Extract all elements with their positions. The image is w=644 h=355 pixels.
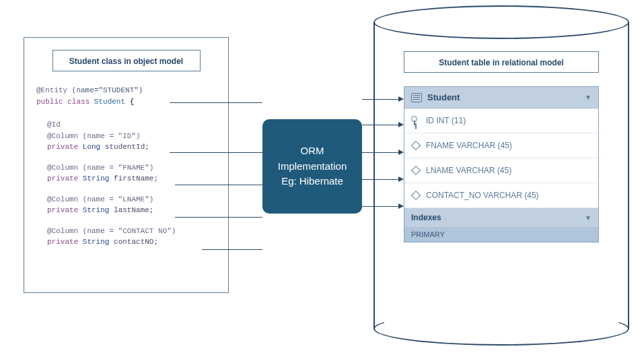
connector-line (202, 249, 262, 250)
connector-line (362, 99, 399, 100)
column-fname: FNAME VARCHAR (45) (404, 133, 598, 158)
orm-line-2: Implementation (278, 159, 347, 174)
column-id: ID INT (11) (404, 108, 598, 133)
diamond-icon (411, 141, 421, 150)
connector-line (362, 152, 399, 153)
table-name: Student (427, 92, 460, 102)
java-code-block: @Entity (name="STUDENT") public class St… (36, 85, 216, 248)
table-header: Student ▼ (404, 87, 598, 108)
diamond-icon (411, 166, 421, 175)
student-table: Student ▼ ID INT (11) FNAME VARCHAR (45)… (404, 86, 599, 243)
column-annotation-fname: @Column (name = "FNAME") (47, 162, 216, 174)
column-annotation-contact: @Column (name = "CONTACT NO") (47, 226, 216, 237)
column-annotation-id: @Column (name = "ID") (47, 131, 216, 142)
key-icon (411, 116, 421, 125)
arrow-right-icon (398, 203, 404, 209)
connector-line (170, 152, 262, 153)
object-model-panel: Student class in object model @Entity (n… (24, 37, 229, 293)
connector-line (175, 185, 262, 185)
arrow-right-icon (398, 150, 404, 155)
table-icon (411, 93, 422, 102)
arrow-right-icon (398, 122, 404, 127)
diamond-icon (411, 191, 421, 200)
field-contactno: private String contactNO; (47, 236, 216, 248)
connector-line (362, 206, 399, 207)
column-annotation-lname: @Column (name = "LNAME") (47, 194, 216, 205)
relational-model-title-box: Student table in relational model (404, 51, 599, 73)
id-annotation: @Id (47, 119, 216, 131)
orm-line-3: Eg: Hibernate (278, 174, 347, 189)
column-lname: LNAME VARCHAR (45) (404, 158, 598, 183)
connector-line (175, 217, 262, 218)
entity-annotation-line: @Entity (name="STUDENT") (36, 85, 216, 96)
orm-box: ORM Implementation Eg: Hibernate (262, 119, 362, 214)
orm-line-1: ORM (278, 143, 347, 159)
field-firstname: private String firstName; (47, 173, 216, 185)
class-declaration-line: public class Student { (36, 96, 216, 108)
relational-model-title: Student table in relational model (439, 58, 563, 67)
indexes-row: Indexes ▼ (404, 208, 598, 227)
column-contact-no: CONTACT_NO VARCHAR (45) (404, 183, 598, 208)
field-lastname: private String lastName; (47, 205, 216, 216)
connector-line (362, 179, 399, 180)
field-studentid: private Long studentId; (47, 141, 216, 153)
arrow-right-icon (398, 96, 404, 102)
database-cylinder: Student table in relational model Studen… (373, 5, 629, 346)
connector-line (362, 125, 399, 125)
object-model-title-box: Student class in object model (52, 50, 201, 71)
primary-index: PRIMARY (404, 227, 598, 242)
chevron-down-icon: ▼ (585, 94, 592, 101)
connector-line (170, 102, 262, 103)
chevron-down-icon: ▼ (585, 214, 592, 222)
arrow-right-icon (398, 176, 404, 182)
object-model-title: Student class in object model (69, 57, 183, 66)
